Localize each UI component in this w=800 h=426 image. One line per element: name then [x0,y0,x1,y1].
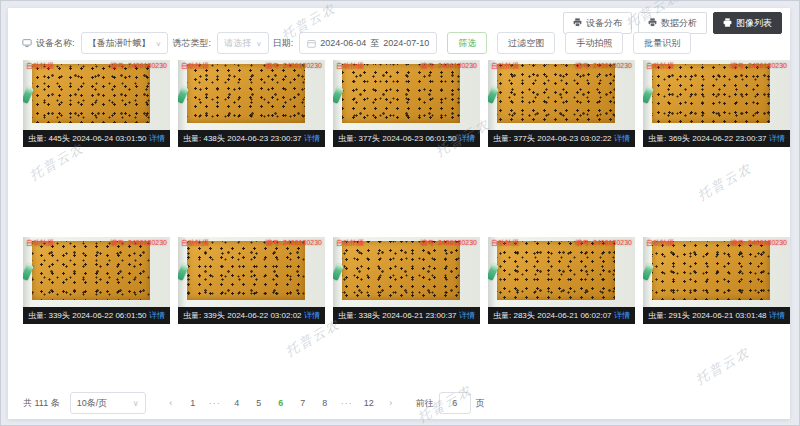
manual-photo-button[interactable]: 手动拍照 [565,32,623,54]
sticky-board [342,64,460,123]
capture-mode-label: 自动拍摄 [181,61,209,70]
sticky-board [652,241,770,300]
detail-link[interactable]: 详情 [304,310,320,321]
card-info-bar: 虫量: 339头 2024-06-22 03:02:02 详情 [178,307,325,324]
capture-time: 2024-06-21 03:01:48 [690,311,769,320]
image-card[interactable]: 自动拍摄 编号: 2406180230 虫量: 438头 2024-06-23 … [178,60,325,147]
filter-button[interactable]: 筛选 [447,32,487,54]
image-card[interactable]: 自动拍摄 编号: 2406180230 虫量: 445头 2024-06-24 … [23,60,170,147]
page-number[interactable]: 8 [317,394,333,412]
date-separator: 至 [370,37,379,50]
card-info-bar: 虫量: 338头 2024-06-21 23:00:37 详情 [333,307,480,324]
lure-type-select[interactable]: 请选择 ∨ [217,32,269,54]
prev-page-button[interactable]: ‹ [163,394,179,412]
device-name-label: 设备名称: [36,37,75,50]
device-number-label: 编号: 2406180230 [575,238,632,247]
page-ellipsis: ··· [207,394,223,412]
detail-link[interactable]: 详情 [459,133,475,144]
device-number-label: 编号: 2406180230 [730,61,787,70]
insect-count: 虫量: 338头 [338,310,380,321]
printer-icon [648,18,657,29]
lure-type-label: 诱芯类型: [172,37,211,50]
insect-count: 虫量: 445头 [28,133,70,144]
chevron-down-icon: ∨ [156,39,162,46]
tab-device-distribution[interactable]: 设备分布 [563,12,632,34]
detail-link[interactable]: 详情 [149,310,165,321]
chevron-down-icon: ∨ [133,399,139,408]
page-size-value: 10条/页 [77,397,108,410]
sticky-board [187,64,305,123]
image-card[interactable]: 自动拍摄 编号: 2406180230 虫量: 377头 2024-06-23 … [488,60,635,147]
image-card[interactable]: 自动拍摄 编号: 2406180230 虫量: 283头 2024-06-21 … [488,237,635,324]
date-range-input[interactable]: 2024-06-04 至 2024-07-10 [299,32,437,54]
filter-empty-button[interactable]: 过滤空图 [497,32,555,54]
sticky-board [32,64,150,123]
tab-image-list[interactable]: 图像列表 [713,12,782,34]
sticky-board [497,64,615,123]
detail-link[interactable]: 详情 [304,133,320,144]
trap-photo: 自动拍摄 编号: 2406180230 [333,60,480,130]
capture-mode-label: 自动拍摄 [26,238,54,247]
device-select[interactable]: 【番茄潜叶蛾】 ∨ [81,32,169,54]
trap-photo: 自动拍摄 编号: 2406180230 [643,60,790,130]
tab-data-analysis[interactable]: 数据分析 [638,12,707,34]
chevron-down-icon: ∨ [256,39,262,46]
image-card[interactable]: 自动拍摄 编号: 2406180230 虫量: 339头 2024-06-22 … [178,237,325,324]
page-number[interactable]: 5 [251,394,267,412]
detail-link[interactable]: 详情 [459,310,475,321]
image-card[interactable]: 自动拍摄 编号: 2406180230 虫量: 369头 2024-06-22 … [643,60,790,147]
page-number[interactable]: 7 [295,394,311,412]
card-info-bar: 虫量: 445头 2024-06-24 03:01:50 详情 [23,130,170,147]
detail-link[interactable]: 详情 [614,133,630,144]
detail-link[interactable]: 详情 [769,310,785,321]
image-card[interactable]: 自动拍摄 编号: 2406180230 虫量: 377头 2024-06-23 … [333,60,480,147]
image-card[interactable]: 自动拍摄 编号: 2406180230 虫量: 339头 2024-06-22 … [23,237,170,324]
goto-page: 前往 页 [416,392,485,414]
card-info-bar: 虫量: 377头 2024-06-23 06:01:50 详情 [333,130,480,147]
device-number-label: 编号: 2406180230 [110,238,167,247]
page-ellipsis: ··· [339,394,355,412]
detail-link[interactable]: 详情 [614,310,630,321]
insect-count: 虫量: 291头 [648,310,690,321]
device-number-label: 编号: 2406180230 [420,238,477,247]
insect-count: 虫量: 339头 [183,310,225,321]
capture-time: 2024-06-22 03:02:02 [225,311,304,320]
goto-prefix: 前往 [416,397,434,410]
view-tabs: 设备分布数据分析图像列表 [563,12,782,34]
page: 设备分布数据分析图像列表 设备名称: 【番茄潜叶蛾】 ∨ 诱芯类型: 请选择 ∨… [0,0,800,426]
page-number[interactable]: 12 [361,394,377,412]
pagination: 共 111 条 10条/页 ∨ ‹ 1···45678···12 › 前往 页 [23,392,485,414]
device-number-label: 编号: 2406180230 [575,61,632,70]
device-number-label: 编号: 2406180230 [110,61,167,70]
image-card[interactable]: 自动拍摄 编号: 2406180230 虫量: 338头 2024-06-21 … [333,237,480,324]
capture-mode-label: 自动拍摄 [491,61,519,70]
batch-recognize-button[interactable]: 批量识别 [633,32,691,54]
page-number[interactable]: 4 [229,394,245,412]
device-number-label: 编号: 2406180230 [265,61,322,70]
insect-count: 虫量: 369头 [648,133,690,144]
sticky-board [497,241,615,300]
device-select-value: 【番茄潜叶蛾】 [88,37,151,50]
image-card[interactable]: 自动拍摄 编号: 2406180230 虫量: 291头 2024-06-21 … [643,237,790,324]
detail-link[interactable]: 详情 [149,133,165,144]
goto-suffix: 页 [476,397,485,410]
page-size-select[interactable]: 10条/页 ∨ [70,392,146,414]
card-info-bar: 虫量: 369头 2024-06-22 23:00:37 详情 [643,130,790,147]
device-number-label: 编号: 2406180230 [420,61,477,70]
trap-photo: 自动拍摄 编号: 2406180230 [488,237,635,307]
capture-time: 2024-06-23 23:00:37 [225,134,304,143]
detail-link[interactable]: 详情 [769,133,785,144]
trap-photo: 自动拍摄 编号: 2406180230 [333,237,480,307]
page-number[interactable]: 1 [185,394,201,412]
capture-mode-label: 自动拍摄 [646,61,674,70]
capture-time: 2024-06-21 23:00:37 [380,311,459,320]
page-number[interactable]: 6 [273,394,289,412]
next-page-button[interactable]: › [383,394,399,412]
goto-page-input[interactable] [439,392,471,414]
pagination-total: 共 111 条 [23,397,60,410]
capture-time: 2024-06-22 06:01:50 [70,311,149,320]
capture-time: 2024-06-21 06:02:07 [535,311,614,320]
device-number-label: 编号: 2406180230 [265,238,322,247]
trap-photo: 自动拍摄 编号: 2406180230 [23,237,170,307]
device-icon [22,38,32,48]
